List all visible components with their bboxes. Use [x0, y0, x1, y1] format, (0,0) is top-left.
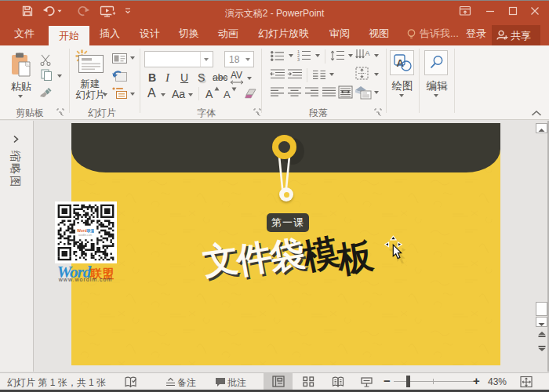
svg-text:A: A: [397, 57, 405, 69]
svg-text:A: A: [365, 49, 370, 57]
svg-text:3: 3: [297, 57, 300, 61]
